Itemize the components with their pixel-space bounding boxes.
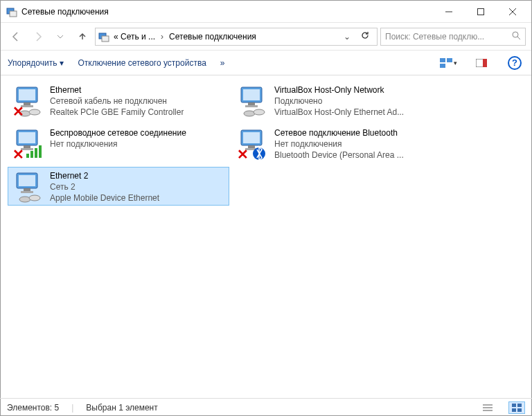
refresh-button[interactable] (356, 30, 374, 42)
close-button[interactable] (497, 1, 529, 23)
svg-rect-54 (512, 408, 516, 412)
connection-name: Сетевое подключение Bluetooth (274, 127, 404, 138)
svg-rect-23 (243, 89, 260, 100)
disable-device-button[interactable]: Отключение сетевого устройства (78, 58, 206, 68)
command-bar: Упорядочить ▾ Отключение сетевого устрой… (1, 51, 531, 75)
selection-count: Выбран 1 элемент (86, 403, 157, 413)
breadcrumb-1[interactable]: « Сеть и ... (112, 32, 157, 42)
app-icon (6, 6, 17, 17)
svg-line-9 (517, 37, 520, 39)
organize-label: Упорядочить (8, 58, 57, 68)
svg-rect-12 (440, 64, 445, 68)
help-icon: ? (508, 56, 522, 70)
svg-rect-38 (243, 132, 260, 143)
view-options-button[interactable]: ▾ (438, 55, 458, 71)
svg-rect-11 (447, 58, 452, 62)
connection-text: Сетевое подключение BluetoothНет подключ… (274, 127, 404, 161)
svg-rect-25 (245, 105, 258, 107)
chevron-down-icon: ▾ (60, 58, 64, 68)
svg-rect-24 (248, 102, 255, 105)
window-title: Сетевые подключения (21, 7, 433, 17)
svg-rect-7 (102, 36, 109, 42)
svg-point-26 (244, 111, 255, 116)
help-button[interactable]: ? (505, 55, 524, 71)
connection-name: Беспроводное сетевое соединение (50, 127, 186, 138)
connection-item[interactable]: Ethernet 2Сеть 2Apple Mobile Device Ethe… (8, 167, 229, 206)
minimize-button[interactable] (433, 1, 465, 23)
up-button[interactable] (73, 27, 92, 46)
connection-status: Нет подключения (274, 138, 404, 150)
tiles-view-button[interactable] (508, 401, 525, 414)
disable-label: Отключение сетевого устройства (78, 58, 206, 68)
connection-icon: ✕ (11, 127, 44, 161)
connection-text: Ethernet 2Сеть 2Apple Mobile Device Ethe… (50, 170, 159, 204)
svg-rect-33 (30, 151, 33, 158)
svg-rect-1 (10, 11, 17, 17)
svg-rect-32 (26, 154, 29, 158)
connection-device: Realtek PCIe GBE Family Controller (50, 107, 184, 118)
back-button[interactable] (6, 27, 26, 46)
svg-point-48 (29, 195, 40, 201)
search-input[interactable] (385, 32, 507, 42)
breadcrumb-2[interactable]: Сетевые подключения (168, 32, 258, 42)
svg-text:✕: ✕ (12, 147, 24, 161)
svg-rect-35 (39, 145, 42, 158)
svg-rect-10 (440, 58, 445, 62)
connection-status: Нет подключения (50, 138, 186, 150)
connection-icon: ✕ (236, 127, 269, 161)
connection-name: Ethernet 2 (50, 170, 159, 181)
svg-rect-39 (248, 145, 255, 148)
svg-rect-29 (19, 132, 35, 143)
connection-name: VirtualBox Host-Only Network (274, 84, 404, 96)
svg-text:✕: ✕ (12, 104, 24, 118)
item-count: Элементов: 5 (7, 403, 59, 413)
connection-icon: ✕ (11, 84, 44, 118)
maximize-button[interactable] (465, 1, 497, 23)
connection-device: Apple Mobile Device Ethernet (50, 192, 159, 204)
svg-point-8 (513, 32, 518, 37)
more-commands[interactable]: » (220, 58, 225, 68)
details-view-button[interactable] (479, 401, 496, 414)
search-box[interactable] (380, 28, 526, 46)
breadcrumb-sep: › (159, 32, 165, 42)
connection-text: EthernetСетевой кабель не подключенRealt… (50, 84, 184, 118)
svg-rect-30 (24, 145, 30, 148)
connection-name: Ethernet (50, 84, 184, 96)
connection-item[interactable]: ✕Беспроводное сетевое соединениеНет подк… (8, 124, 229, 163)
connection-text: Беспроводное сетевое соединениеНет подкл… (50, 127, 186, 150)
statusbar-divider: | (71, 403, 73, 413)
connection-icon (11, 170, 44, 204)
connection-text: VirtualBox Host-Only NetworkПодключеноVi… (274, 84, 404, 118)
svg-rect-34 (35, 148, 37, 158)
svg-point-47 (19, 197, 30, 202)
connection-icon (236, 84, 269, 118)
svg-rect-3 (478, 8, 484, 15)
connection-device: VirtualBox Host-Only Ethernet Ad... (274, 107, 404, 118)
svg-rect-45 (24, 188, 30, 191)
svg-text:✕: ✕ (237, 147, 249, 161)
svg-rect-16 (19, 89, 35, 100)
preview-pane-button[interactable] (472, 55, 491, 71)
organize-menu[interactable]: Упорядочить ▾ (8, 58, 64, 68)
svg-rect-55 (517, 408, 522, 412)
recent-dropdown[interactable] (51, 27, 70, 46)
address-bar[interactable]: « Сеть и ... › Сетевые подключения ⌄ (95, 28, 378, 46)
connection-device: Bluetooth Device (Personal Area ... (274, 150, 404, 161)
connections-list: ✕EthernetСетевой кабель не подключенReal… (1, 75, 531, 397)
svg-rect-53 (517, 404, 522, 407)
connection-item[interactable]: ✕EthernetСетевой кабель не подключенReal… (8, 81, 229, 120)
connection-item[interactable]: VirtualBox Host-Only NetworkПодключеноVi… (232, 81, 454, 120)
search-icon (511, 30, 521, 42)
connection-status: Подключено (274, 96, 404, 107)
address-dropdown-icon[interactable]: ⌄ (341, 32, 353, 42)
connection-item[interactable]: ✕Сетевое подключение BluetoothНет подклю… (232, 124, 454, 163)
svg-rect-44 (19, 175, 35, 186)
window-controls (433, 1, 529, 23)
svg-rect-17 (24, 102, 30, 105)
svg-point-27 (254, 109, 265, 115)
chevron-down-icon: ▾ (454, 60, 457, 66)
connection-status: Сеть 2 (50, 181, 159, 192)
status-bar: Элементов: 5 | Выбран 1 элемент (0, 398, 532, 416)
svg-rect-14 (483, 59, 487, 67)
forward-button[interactable] (28, 27, 48, 46)
